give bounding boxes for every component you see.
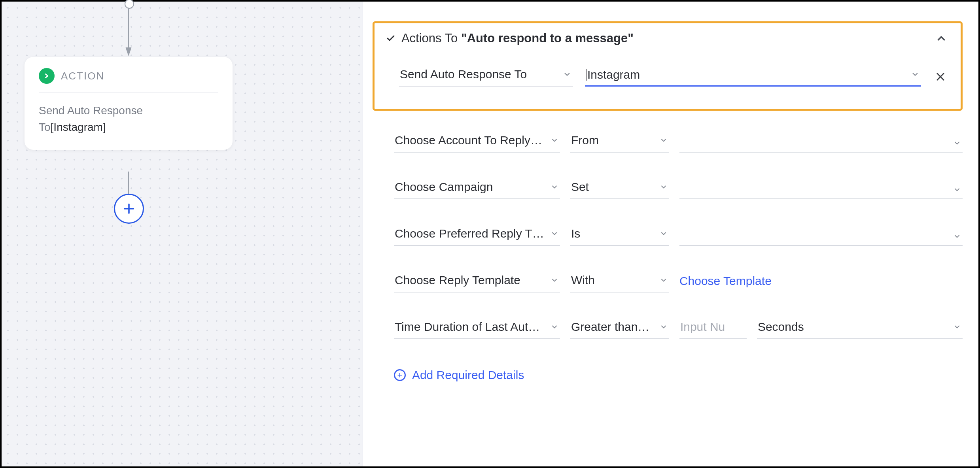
chevron-down-icon [551,276,558,284]
select-value: Greater than… [571,320,649,334]
add-node-button[interactable] [114,194,144,224]
action-config-panel: Actions To "Auto respond to a message" S… [363,2,978,466]
field-select[interactable]: Choose Account To Reply… [394,130,560,153]
action-value-input[interactable]: Instagram [585,64,921,87]
chevron-down-icon [953,186,961,194]
select-value: Time Duration of Last Aut… [395,320,540,334]
connector-line [128,2,129,55]
chevron-down-icon [953,232,961,240]
chevron-down-icon [660,230,668,238]
unit-select[interactable]: Seconds [757,317,963,339]
field-select[interactable]: Choose Preferred Reply T… [394,224,560,246]
clear-value-button[interactable] [933,69,948,84]
condition-row: Choose Reply Template With Choose Templa… [394,270,963,292]
node-badge-label: ACTION [61,70,104,82]
action-type-select[interactable]: Send Auto Response To [399,64,573,87]
value-select[interactable] [679,229,963,246]
field-select[interactable]: Choose Reply Template [394,270,560,292]
number-input[interactable]: Input Nu [679,317,747,339]
chevron-down-icon [660,183,668,191]
operator-select[interactable]: From [570,130,669,153]
chevron-down-icon [551,136,558,144]
chevron-down-icon [660,276,668,284]
add-required-details-button[interactable]: Add Required Details [373,368,963,382]
value-select[interactable] [679,136,963,153]
select-value: From [571,134,599,147]
operator-select[interactable]: Is [570,224,669,246]
operator-select[interactable]: Set [570,177,669,199]
value-select[interactable] [679,183,963,199]
svg-point-0 [43,72,50,79]
collapse-caret-icon[interactable] [935,32,947,44]
chevron-down-icon [953,323,961,331]
operator-select[interactable]: Greater than… [570,317,669,339]
field-select[interactable]: Choose Campaign [394,177,560,199]
check-icon [386,33,396,43]
condition-row: Choose Preferred Reply T… Is [394,224,963,246]
condition-rows: Choose Account To Reply… From Choose Cam… [373,130,963,339]
chevron-down-icon [563,70,571,79]
node-summary-line2: To[Instagram] [39,119,218,136]
highlight-outline: Actions To "Auto respond to a message" S… [373,21,963,111]
select-value: Is [571,227,580,240]
panel-title: Actions To "Auto respond to a message" [401,31,634,45]
connector-line [128,172,129,196]
select-value: Choose Reply Template [395,274,520,287]
select-value: Send Auto Response To [400,68,527,81]
input-value: Instagram [586,67,640,81]
node-summary-line1: Send Auto Response [39,102,218,119]
input-placeholder: Input Nu [680,320,725,334]
action-node-card[interactable]: ACTION Send Auto Response To[Instagram] [25,57,233,150]
choose-template-link[interactable]: Choose Template [679,274,963,292]
add-required-details-label: Add Required Details [412,368,524,382]
chevron-down-icon [551,323,558,331]
action-arrow-icon [39,68,55,84]
condition-row: Choose Campaign Set [394,177,963,199]
select-value: Set [571,180,589,194]
select-value: With [571,274,595,287]
chevron-down-icon [660,323,668,331]
select-value: Choose Campaign [395,180,493,194]
chevron-down-icon [953,139,961,147]
plus-circle-icon [394,369,406,381]
select-value: Seconds [758,320,804,334]
chevron-down-icon [551,230,558,238]
condition-row: Time Duration of Last Aut… Greater than…… [394,317,963,339]
chevron-down-icon [660,136,668,144]
field-select[interactable]: Time Duration of Last Aut… [394,317,560,339]
workflow-canvas[interactable]: ACTION Send Auto Response To[Instagram] [2,2,363,466]
select-value: Choose Account To Reply… [395,134,542,147]
select-value: Choose Preferred Reply T… [395,227,544,240]
chevron-down-icon [551,183,558,191]
chevron-down-icon [911,70,919,79]
condition-row: Choose Account To Reply… From [394,130,963,153]
operator-select[interactable]: With [570,270,669,292]
